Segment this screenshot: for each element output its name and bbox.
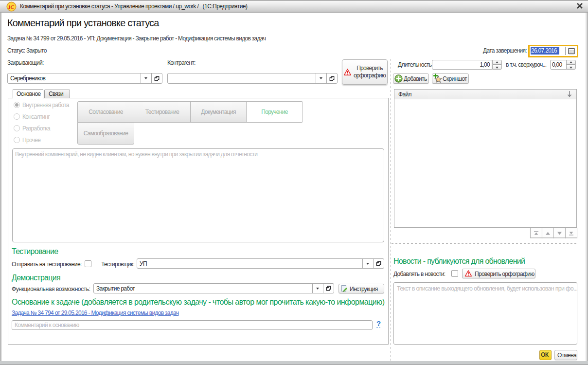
svg-text:1С: 1С [8, 4, 15, 10]
